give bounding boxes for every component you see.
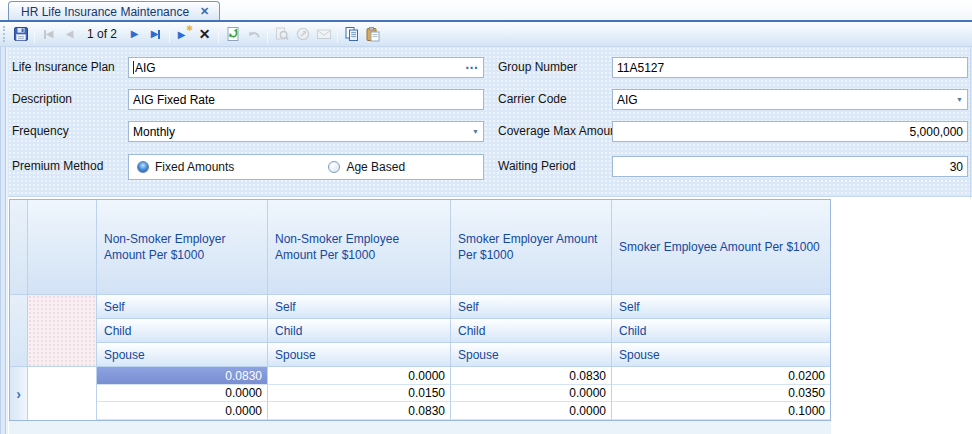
carrier-code-value: AIG bbox=[617, 93, 956, 107]
frequency-label: Frequency bbox=[12, 124, 69, 138]
first-record-icon: ◀ bbox=[44, 29, 54, 39]
new-record-icon: ▶ bbox=[178, 29, 186, 40]
new-record-button[interactable]: ▶ ✱ bbox=[173, 24, 194, 45]
delete-record-button[interactable]: ✕ bbox=[194, 24, 215, 45]
grid-cell-child-smoker-employer[interactable]: 0.0000 bbox=[451, 385, 612, 402]
column-header-smoker-employer: Smoker Employer Amount Per $1000 bbox=[451, 200, 612, 295]
last-record-button[interactable]: ▶ bbox=[145, 24, 166, 45]
next-record-icon: ▶ bbox=[131, 29, 139, 39]
undo-icon bbox=[246, 26, 262, 42]
band-row-label-self: Self bbox=[612, 295, 830, 319]
empty-header-cell bbox=[28, 200, 97, 295]
frequency-dropdown[interactable]: Monthly ▼ bbox=[128, 121, 484, 142]
toolbar-separator bbox=[34, 26, 35, 43]
description-value: AIG Fixed Rate bbox=[133, 93, 479, 107]
toolbar: ◀ ◀ 1 of 2 ▶ ▶ ▶ ✱ ✕ bbox=[0, 22, 972, 47]
tab-close-icon[interactable]: ✕ bbox=[198, 5, 211, 18]
grid-cell-child-nonsmoker-employee[interactable]: 0.0150 bbox=[268, 385, 451, 402]
delete-icon: ✕ bbox=[199, 27, 211, 41]
life-insurance-plan-value: AIG bbox=[135, 61, 465, 75]
record-position-label: 1 of 2 bbox=[80, 27, 124, 41]
coverage-max-amount-value: 5,000,000 bbox=[910, 125, 963, 139]
hr-life-insurance-maintenance-window: HR Life Insurance Maintenance ✕ ◀ ◀ 1 of… bbox=[0, 0, 972, 434]
grid-cell-child-nonsmoker-employer[interactable]: 0.0000 bbox=[97, 385, 268, 402]
plan-details-panel: Life Insurance Plan AIG ⋯ Group Number 1… bbox=[0, 47, 972, 197]
grid-cell-child-smoker-employee[interactable]: 0.0350 bbox=[612, 385, 830, 402]
age-based-radio[interactable] bbox=[328, 161, 340, 173]
band-row-label-self: Self bbox=[268, 295, 451, 319]
first-record-button[interactable]: ◀ bbox=[38, 24, 59, 45]
premium-method-group: Fixed Amounts Age Based bbox=[128, 154, 484, 180]
print-preview-icon bbox=[274, 26, 290, 42]
text-caret bbox=[133, 61, 134, 74]
group-number-value: 11A5127 bbox=[617, 61, 963, 75]
last-record-icon: ▶ bbox=[151, 29, 161, 39]
group-number-field[interactable]: 11A5127 bbox=[612, 57, 968, 78]
previous-record-button[interactable]: ◀ bbox=[59, 24, 80, 45]
undo-button[interactable] bbox=[243, 24, 264, 45]
age-based-radio-label: Age Based bbox=[346, 160, 405, 174]
fixed-amounts-radio-label: Fixed Amounts bbox=[155, 160, 234, 174]
previous-record-icon: ◀ bbox=[66, 29, 74, 39]
refresh-icon bbox=[225, 26, 241, 42]
paste-button[interactable] bbox=[362, 24, 383, 45]
row-pointer-icon: › bbox=[16, 386, 21, 402]
toolbar-separator bbox=[218, 26, 219, 43]
chevron-down-icon[interactable]: ▼ bbox=[472, 128, 479, 135]
premium-method-label: Premium Method bbox=[12, 159, 103, 173]
grid-footer-strip bbox=[9, 421, 831, 434]
band-row-label-self: Self bbox=[451, 295, 612, 319]
coverage-max-amount-field[interactable]: 5,000,000 bbox=[612, 121, 968, 142]
panel-left-edge bbox=[0, 47, 8, 434]
life-insurance-plan-label: Life Insurance Plan bbox=[12, 60, 115, 74]
grid-cell-spouse-smoker-employer[interactable]: 0.0000 bbox=[451, 402, 612, 420]
toolbar-separator bbox=[169, 26, 170, 43]
grid-cell-self-smoker-employee[interactable]: 0.0200 bbox=[612, 367, 830, 385]
tab-hr-life-insurance-maintenance[interactable]: HR Life Insurance Maintenance ✕ bbox=[8, 1, 220, 21]
grid-cell-self-nonsmoker-employer[interactable]: 0.0830 bbox=[97, 367, 268, 385]
grid-cell-self-nonsmoker-employee[interactable]: 0.0000 bbox=[268, 367, 451, 385]
chevron-down-icon[interactable]: ▼ bbox=[956, 96, 963, 103]
tab-title: HR Life Insurance Maintenance bbox=[21, 5, 189, 19]
carrier-code-dropdown[interactable]: AIG ▼ bbox=[612, 89, 968, 110]
row-indicator-header-cell bbox=[10, 200, 28, 295]
email-button[interactable] bbox=[313, 24, 334, 45]
toolbar-separator bbox=[337, 26, 338, 43]
grid-cell-spouse-nonsmoker-employer[interactable]: 0.0000 bbox=[97, 402, 268, 420]
print-preview-button[interactable] bbox=[271, 24, 292, 45]
group-number-label: Group Number bbox=[498, 60, 577, 74]
band-row-label-child: Child bbox=[451, 319, 612, 343]
band-row-label-child: Child bbox=[97, 319, 268, 343]
carrier-code-label: Carrier Code bbox=[498, 92, 567, 106]
life-insurance-plan-field[interactable]: AIG ⋯ bbox=[128, 57, 484, 78]
column-header-smoker-employee: Smoker Employee Amount Per $1000 bbox=[612, 200, 830, 295]
band-row-label-spouse: Spouse bbox=[451, 343, 612, 367]
copy-button[interactable] bbox=[341, 24, 362, 45]
waiting-period-value: 30 bbox=[950, 160, 963, 174]
fixed-amounts-radio[interactable] bbox=[137, 161, 149, 173]
band-row-label-child: Child bbox=[268, 319, 451, 343]
current-record-indicator[interactable]: › bbox=[10, 367, 28, 420]
save-icon bbox=[13, 26, 29, 42]
next-record-button[interactable]: ▶ bbox=[124, 24, 145, 45]
grid-cell-spouse-nonsmoker-employee[interactable]: 0.0830 bbox=[268, 402, 451, 420]
grid-cell-self-smoker-employer[interactable]: 0.0830 bbox=[451, 367, 612, 385]
save-button[interactable] bbox=[10, 24, 31, 45]
help-button[interactable] bbox=[292, 24, 313, 45]
waiting-period-field[interactable]: 30 bbox=[612, 156, 968, 177]
refresh-button[interactable] bbox=[222, 24, 243, 45]
grid-cell-spouse-smoker-employee[interactable]: 0.1000 bbox=[612, 402, 830, 420]
row-indicator-band-cell bbox=[10, 295, 28, 367]
waiting-period-label: Waiting Period bbox=[498, 159, 576, 173]
rate-grid-region: Non-Smoker Employer Amount Per $1000 Non… bbox=[8, 198, 972, 434]
band-row-label-spouse: Spouse bbox=[268, 343, 451, 367]
toolbar-grip[interactable] bbox=[3, 26, 7, 42]
description-field[interactable]: AIG Fixed Rate bbox=[128, 89, 484, 110]
rate-grid: Non-Smoker Employer Amount Per $1000 Non… bbox=[9, 199, 831, 421]
help-icon bbox=[295, 26, 311, 42]
frequency-value: Monthly bbox=[133, 125, 472, 139]
paste-icon bbox=[365, 26, 381, 42]
band-row-label-child: Child bbox=[612, 319, 830, 343]
band-row-label-spouse: Spouse bbox=[97, 343, 268, 367]
description-label: Description bbox=[12, 92, 72, 106]
